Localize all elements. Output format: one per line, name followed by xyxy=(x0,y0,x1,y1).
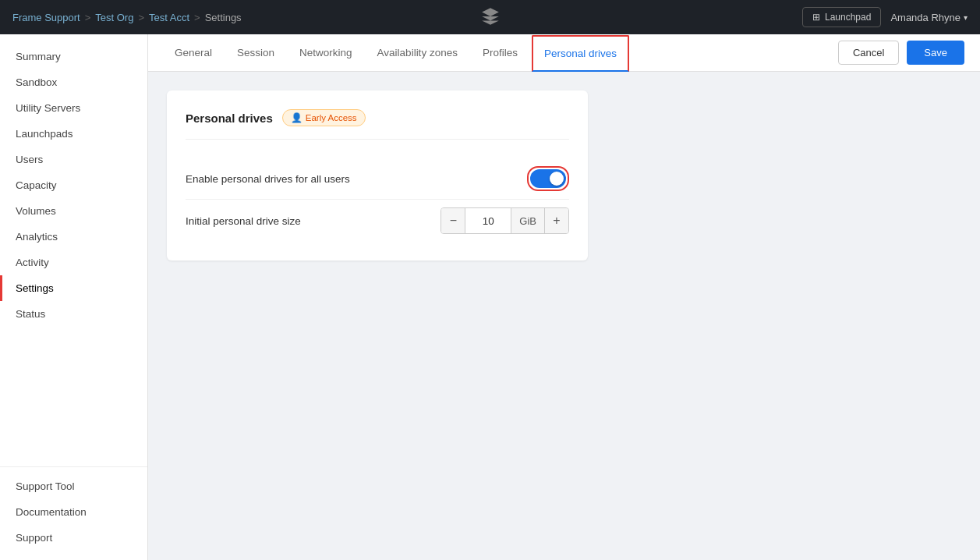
launchpad-button[interactable]: ⊞ Launchpad xyxy=(802,7,881,27)
sidebar-item-summary[interactable]: Summary xyxy=(0,44,147,69)
sidebar-item-launchpads[interactable]: Launchpads xyxy=(0,121,147,147)
app-logo xyxy=(480,6,501,29)
cancel-button[interactable]: Cancel xyxy=(838,41,899,65)
chevron-down-icon: ▾ xyxy=(964,13,968,22)
tab-general[interactable]: General xyxy=(164,35,223,72)
topnav-right: ⊞ Launchpad Amanda Rhyne ▾ xyxy=(802,7,968,27)
sidebar-bottom: Support Tool Documentation Support xyxy=(0,466,147,551)
tab-session[interactable]: Session xyxy=(226,35,285,72)
drive-size-row: Initial personal drive size − GiB + xyxy=(186,199,569,242)
sidebar-item-support-tool[interactable]: Support Tool xyxy=(0,473,147,499)
tab-profiles[interactable]: Profiles xyxy=(472,35,529,72)
enable-drives-label: Enable personal drives for all users xyxy=(186,173,350,185)
drive-size-input: − GiB + xyxy=(440,207,569,234)
user-name: Amanda Rhyne xyxy=(890,12,961,23)
sidebar: Summary Sandbox Utility Servers Launchpa… xyxy=(0,34,148,560)
increment-button[interactable]: + xyxy=(545,208,568,233)
user-menu[interactable]: Amanda Rhyne ▾ xyxy=(890,12,968,23)
card-header: Personal drives 👤 Early Access xyxy=(186,109,569,140)
top-nav: Frame Support > Test Org > Test Acct > S… xyxy=(0,0,980,34)
sidebar-item-sandbox[interactable]: Sandbox xyxy=(0,69,147,95)
content-area: General Session Networking Availability … xyxy=(148,34,980,560)
sidebar-item-activity[interactable]: Activity xyxy=(0,250,147,275)
tab-actions: Cancel Save xyxy=(838,41,964,65)
sidebar-item-utility-servers[interactable]: Utility Servers xyxy=(0,95,147,121)
breadcrumb-settings: Settings xyxy=(205,12,242,23)
sidebar-spacer xyxy=(0,327,147,466)
person-icon: 👤 xyxy=(291,112,302,123)
early-access-label: Early Access xyxy=(306,113,357,122)
tab-bar: General Session Networking Availability … xyxy=(148,34,980,72)
page-content: Personal drives 👤 Early Access Enable pe… xyxy=(148,72,980,560)
card-title: Personal drives xyxy=(186,112,273,125)
tab-availability-zones[interactable]: Availability zones xyxy=(366,35,469,72)
early-access-badge: 👤 Early Access xyxy=(282,109,366,126)
sidebar-item-users[interactable]: Users xyxy=(0,147,147,172)
personal-drives-card: Personal drives 👤 Early Access Enable pe… xyxy=(167,90,588,261)
enable-drives-toggle[interactable] xyxy=(530,169,566,188)
tab-personal-drives[interactable]: Personal drives xyxy=(532,35,629,72)
enable-drives-row: Enable personal drives for all users xyxy=(186,158,569,199)
drive-size-value[interactable] xyxy=(465,208,511,233)
launchpad-label: Launchpad xyxy=(825,12,871,23)
drive-size-unit: GiB xyxy=(511,208,545,233)
breadcrumb-test-acct[interactable]: Test Acct xyxy=(149,12,189,23)
save-button[interactable]: Save xyxy=(907,41,964,65)
toggle-wrapper xyxy=(527,166,569,191)
main-layout: Summary Sandbox Utility Servers Launchpa… xyxy=(0,34,980,560)
breadcrumb-sep-3: > xyxy=(194,12,200,23)
tabs: General Session Networking Availability … xyxy=(164,34,629,71)
sidebar-item-settings[interactable]: Settings xyxy=(0,275,147,301)
sidebar-item-support[interactable]: Support xyxy=(0,525,147,551)
sidebar-item-volumes[interactable]: Volumes xyxy=(0,198,147,224)
breadcrumb-test-org[interactable]: Test Org xyxy=(95,12,133,23)
launchpad-icon: ⊞ xyxy=(812,12,820,23)
breadcrumb-sep-2: > xyxy=(138,12,144,23)
decrement-button[interactable]: − xyxy=(441,208,465,233)
breadcrumb: Frame Support > Test Org > Test Acct > S… xyxy=(12,12,242,23)
sidebar-item-documentation[interactable]: Documentation xyxy=(0,499,147,525)
breadcrumb-frame-support[interactable]: Frame Support xyxy=(12,12,80,23)
sidebar-item-analytics[interactable]: Analytics xyxy=(0,224,147,250)
sidebar-item-capacity[interactable]: Capacity xyxy=(0,172,147,198)
drive-size-label: Initial personal drive size xyxy=(186,215,301,227)
sidebar-item-status[interactable]: Status xyxy=(0,301,147,327)
tab-networking[interactable]: Networking xyxy=(288,35,363,72)
breadcrumb-sep-1: > xyxy=(85,12,91,23)
